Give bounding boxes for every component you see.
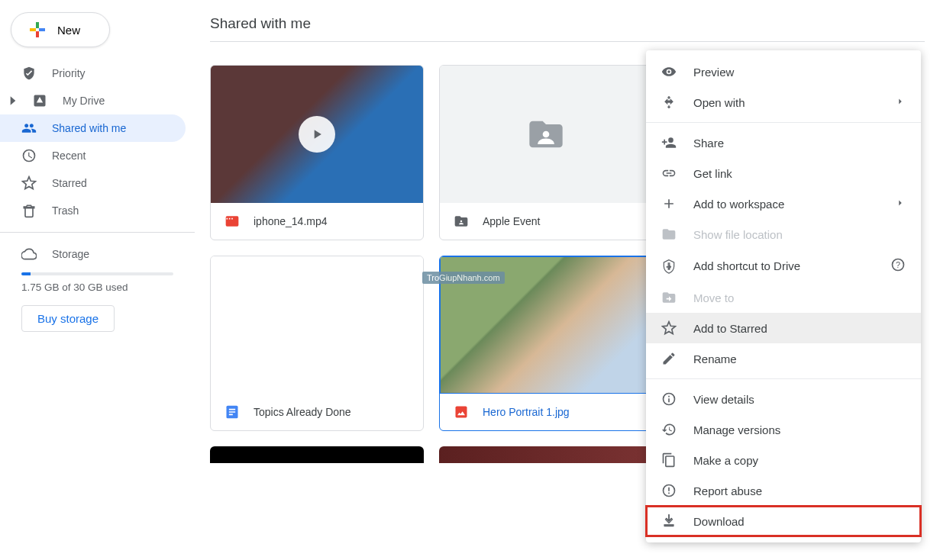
svg-point-2 bbox=[460, 220, 463, 223]
menu-view-details[interactable]: View details bbox=[646, 384, 921, 414]
trash-icon bbox=[21, 203, 37, 218]
file-name: iphone_14.mp4 bbox=[254, 215, 328, 227]
menu-add-starred[interactable]: Add to Starred bbox=[646, 313, 921, 343]
info-icon bbox=[661, 391, 677, 407]
menu-label: Manage versions bbox=[693, 423, 780, 436]
plus-icon bbox=[661, 196, 677, 211]
file-card[interactable] bbox=[439, 446, 653, 463]
file-card[interactable]: iphone_14.mp4 bbox=[210, 65, 424, 240]
menu-rename[interactable]: Rename bbox=[646, 343, 921, 374]
svg-rect-4 bbox=[456, 407, 467, 418]
context-menu: Preview Open with Share Get link Add to … bbox=[646, 50, 921, 478]
file-card[interactable] bbox=[210, 446, 424, 463]
pencil-icon bbox=[661, 351, 677, 366]
menu-share[interactable]: Share bbox=[646, 127, 921, 158]
watermark: TroGiupNhanh.com bbox=[422, 272, 505, 284]
menu-label: Add to Starred bbox=[693, 322, 767, 335]
menu-open-with[interactable]: Open with bbox=[646, 87, 921, 117]
sidebar-item-label: My Drive bbox=[63, 95, 105, 107]
divider bbox=[210, 41, 925, 42]
file-name: Hero Portrait 1.jpg bbox=[483, 406, 570, 418]
shortcut-icon bbox=[661, 259, 677, 274]
menu-label: Show file location bbox=[693, 228, 783, 241]
file-card[interactable]: Topics Already Done bbox=[210, 256, 424, 431]
menu-label: Share bbox=[693, 137, 724, 150]
menu-label: View details bbox=[693, 393, 754, 406]
starred-icon bbox=[21, 175, 37, 191]
menu-manage-versions[interactable]: Manage versions bbox=[646, 414, 921, 445]
docs-icon bbox=[225, 404, 240, 420]
file-card[interactable]: Apple Event bbox=[439, 65, 653, 240]
sidebar-item-label: Shared with me bbox=[52, 122, 126, 134]
sidebar-item-label: Trash bbox=[52, 204, 79, 217]
page-title: Shared with me bbox=[210, 15, 925, 32]
shared-icon bbox=[21, 121, 37, 136]
sidebar-item-priority[interactable]: Priority bbox=[0, 60, 186, 87]
storage-bar bbox=[21, 272, 173, 275]
eye-icon bbox=[661, 64, 677, 79]
menu-add-shortcut[interactable]: Add shortcut to Drive? bbox=[646, 249, 921, 282]
sidebar-item-label: Priority bbox=[52, 67, 86, 79]
menu-label: Add shortcut to Drive bbox=[693, 259, 800, 272]
sidebar-item-label: Recent bbox=[52, 150, 86, 162]
file-name: Apple Event bbox=[483, 215, 541, 227]
sidebar-item-trash[interactable]: Trash bbox=[0, 197, 186, 224]
file-thumbnail bbox=[211, 256, 423, 394]
menu-label: Get link bbox=[693, 167, 732, 180]
video-file-icon bbox=[225, 214, 240, 229]
svg-text:?: ? bbox=[896, 260, 900, 269]
sidebar-item-mydrive[interactable]: My Drive bbox=[0, 87, 186, 114]
menu-preview[interactable]: Preview bbox=[646, 56, 921, 87]
drive-icon bbox=[32, 93, 47, 108]
menu-make-copy[interactable]: Make a copy bbox=[646, 445, 921, 475]
folder-icon bbox=[661, 227, 677, 242]
svg-point-1 bbox=[543, 131, 550, 138]
sidebar-item-recent[interactable]: Recent bbox=[0, 142, 186, 169]
menu-report-abuse[interactable]: Report abuse bbox=[646, 475, 921, 478]
image-file-icon bbox=[454, 404, 469, 420]
menu-add-workspace[interactable]: Add to workspace bbox=[646, 188, 921, 219]
svg-rect-0 bbox=[226, 216, 239, 226]
shared-folder-icon bbox=[454, 214, 469, 229]
menu-show-file-location: Show file location bbox=[646, 219, 921, 249]
divider bbox=[646, 378, 921, 379]
new-button[interactable]: New bbox=[11, 12, 110, 47]
menu-get-link[interactable]: Get link bbox=[646, 158, 921, 188]
menu-label: Rename bbox=[693, 352, 737, 365]
chevron-right-icon bbox=[9, 93, 17, 108]
storage-usage-text: 1.75 GB of 30 GB used bbox=[0, 282, 195, 293]
sidebar-item-label: Starred bbox=[52, 177, 87, 189]
sidebar-item-shared[interactable]: Shared with me bbox=[0, 114, 186, 142]
sidebar-item-starred[interactable]: Starred bbox=[0, 169, 186, 197]
menu-label: Open with bbox=[693, 96, 745, 109]
link-icon bbox=[661, 166, 677, 181]
person-add-icon bbox=[661, 135, 677, 150]
new-button-label: New bbox=[57, 24, 80, 37]
plus-icon bbox=[28, 21, 47, 39]
menu-label: Move to bbox=[693, 291, 734, 304]
divider bbox=[0, 232, 195, 233]
divider bbox=[646, 122, 921, 123]
menu-label: Preview bbox=[693, 66, 734, 79]
sidebar: New Priority My Drive Shared with me Rec… bbox=[0, 0, 195, 478]
help-icon[interactable]: ? bbox=[890, 257, 906, 275]
folder-icon bbox=[522, 114, 570, 154]
priority-icon bbox=[21, 66, 37, 81]
open-with-icon bbox=[661, 95, 677, 110]
history-icon bbox=[661, 422, 677, 437]
sidebar-item-storage[interactable]: Storage bbox=[0, 240, 186, 268]
chevron-right-icon bbox=[895, 96, 906, 109]
file-thumbnail bbox=[211, 66, 423, 203]
sidebar-item-label: Storage bbox=[52, 248, 89, 260]
menu-label: Make a copy bbox=[693, 454, 758, 467]
file-name: Topics Already Done bbox=[254, 406, 351, 418]
cloud-icon bbox=[21, 246, 37, 262]
menu-move-to: Move to bbox=[646, 282, 921, 313]
buy-storage-button[interactable]: Buy storage bbox=[21, 305, 115, 332]
move-to-icon bbox=[661, 290, 677, 305]
file-thumbnail bbox=[440, 66, 652, 203]
play-icon bbox=[299, 116, 335, 153]
star-icon bbox=[661, 320, 677, 336]
menu-label: Add to workspace bbox=[693, 198, 784, 211]
recent-icon bbox=[21, 148, 37, 163]
